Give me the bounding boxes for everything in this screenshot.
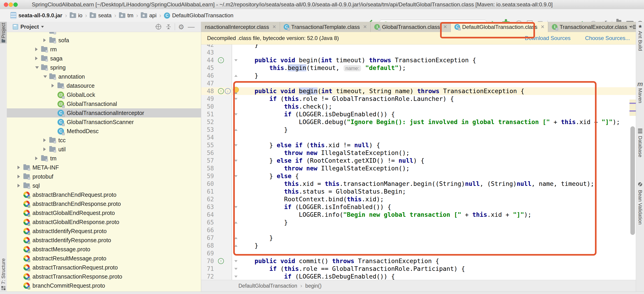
code-line-49[interactable]: 49 if (this.role != GlobalTransactionRol… bbox=[201, 95, 636, 103]
tree-item-rm[interactable]: rm bbox=[7, 45, 201, 54]
tree-item-abstractGlobalEndRequest.proto[interactable]: abstractGlobalEndRequest.proto bbox=[7, 208, 201, 217]
toolwindow-ant-build[interactable]: Ant Build bbox=[636, 31, 644, 51]
tree-item-META-INF[interactable]: META-INF bbox=[7, 163, 201, 172]
overridden-marker-icon[interactable]: ↓ bbox=[225, 88, 231, 94]
breadcrumb-item-tm[interactable]: tm bbox=[119, 12, 134, 19]
fold-collapse-icon[interactable] bbox=[234, 175, 238, 177]
tree-item-abstractTransactionResponse.proto[interactable]: abstractTransactionResponse.proto bbox=[7, 272, 201, 281]
tab-close-icon[interactable]: × bbox=[444, 24, 447, 30]
tab-DefaultGlobalTransaction.class[interactable]: CDefaultGlobalTransaction.class× bbox=[451, 22, 548, 32]
code-line-65[interactable]: 65 } bbox=[201, 219, 636, 226]
settings-button[interactable]: ⚙ bbox=[177, 23, 185, 31]
fold-collapse-icon[interactable] bbox=[234, 206, 238, 208]
locate-file-button[interactable] bbox=[155, 23, 162, 31]
tree-item-MethodDesc[interactable]: CMethodDesc bbox=[7, 127, 201, 136]
tree-item-spring[interactable]: spring bbox=[7, 63, 201, 72]
code-line-64[interactable]: 64 LOGGER.info("Begin new global transac… bbox=[201, 211, 636, 219]
tree-expand-arrow-icon[interactable] bbox=[52, 84, 58, 88]
tree-item-tm[interactable]: tm bbox=[7, 154, 201, 163]
code-line-54[interactable]: 54 bbox=[201, 134, 636, 141]
tree-item-protobuf[interactable]: protobuf bbox=[7, 172, 201, 181]
code-line-44[interactable]: 44↑ public void begin(int timeout) throw… bbox=[201, 56, 636, 64]
tab-close-icon[interactable]: × bbox=[363, 24, 367, 30]
tree-expand-arrow-icon[interactable] bbox=[43, 138, 49, 142]
maximize-window-icon[interactable] bbox=[14, 3, 18, 7]
project-tree[interactable]: sofarmsagaspringannotationdatasource@Glo… bbox=[7, 32, 201, 291]
tree-expand-arrow-icon[interactable] bbox=[35, 157, 41, 160]
toolwindow-project-stripe[interactable]: Project bbox=[0, 22, 7, 43]
implements-marker-icon[interactable]: ↑ bbox=[218, 258, 224, 264]
tree-item-saga[interactable]: saga bbox=[7, 54, 201, 63]
fold-end-icon[interactable] bbox=[234, 245, 238, 247]
choose-sources-link[interactable]: Choose Sources... bbox=[585, 35, 630, 41]
fold-end-icon[interactable] bbox=[234, 237, 238, 239]
fold-end-icon[interactable] bbox=[234, 75, 238, 77]
code-line-62[interactable]: 62 RootContext.bind(this.xid); bbox=[201, 195, 636, 203]
toolwindow-database[interactable]: Database bbox=[636, 136, 644, 157]
code-line-51[interactable]: 51 if (LOGGER.isDebugEnabled()) { bbox=[201, 110, 636, 118]
fold-collapse-icon[interactable] bbox=[234, 275, 238, 278]
code-line-58[interactable]: 58 throw new IllegalStateException(); bbox=[201, 164, 636, 172]
tree-expand-arrow-icon[interactable] bbox=[35, 57, 41, 60]
tree-expand-arrow-icon[interactable] bbox=[43, 147, 49, 151]
tab-nsactionalInterceptor.class[interactable]: nsactionalInterceptor.class× bbox=[201, 22, 280, 32]
collapse-all-button[interactable] bbox=[165, 23, 172, 31]
tree-item-abstractIdentifyRequest.proto[interactable]: abstractIdentifyRequest.proto bbox=[7, 226, 201, 236]
intention-bulb-icon[interactable] bbox=[233, 87, 239, 93]
breadcrumb-item-seata-all-0.9.0.jar[interactable]: seata-all-0.9.0.jar bbox=[10, 12, 62, 19]
breadcrumb-item-api[interactable]: api bbox=[141, 12, 156, 19]
code-line-42[interactable]: 42 } bbox=[201, 45, 636, 49]
tree-item-GlobalTransactionalInterceptor[interactable]: CGlobalTransactionalInterceptor bbox=[7, 108, 201, 117]
hide-panel-button[interactable]: — bbox=[187, 23, 195, 31]
fold-end-icon[interactable] bbox=[234, 221, 238, 224]
fold-end-icon[interactable] bbox=[234, 129, 238, 131]
download-sources-link[interactable]: Download Sources bbox=[525, 35, 570, 41]
tree-item-util[interactable]: util bbox=[7, 145, 201, 154]
code-line-48[interactable]: 48↑↓ public void begin(int timeout, Stri… bbox=[201, 87, 636, 95]
code-line-71[interactable]: 71 if (this.role == GlobalTransactionRol… bbox=[201, 265, 636, 273]
code-line-63[interactable]: 63 if (LOGGER.isInfoEnabled()) { bbox=[201, 203, 636, 211]
tree-item-GlobalTransactionScanner[interactable]: CGlobalTransactionScanner bbox=[7, 117, 201, 127]
breadcrumb-class[interactable]: DefaultGlobalTransaction bbox=[238, 283, 297, 289]
tree-collapse-arrow-icon[interactable] bbox=[35, 66, 41, 69]
error-stripe-usage-mark[interactable] bbox=[630, 110, 636, 112]
tab-TransactionalTemplate.class[interactable]: CTransactionalTemplate.class× bbox=[280, 22, 371, 32]
tree-expand-arrow-icon[interactable] bbox=[18, 175, 24, 178]
code-line-45[interactable]: 45 this.begin(timeout, name: "default"); bbox=[201, 64, 636, 72]
tree-expand-arrow-icon[interactable] bbox=[18, 166, 24, 169]
code-line-69[interactable]: 69 bbox=[201, 249, 636, 257]
tree-item-abstractTransactionRequest.proto[interactable]: abstractTransactionRequest.proto bbox=[7, 263, 201, 272]
fold-collapse-icon[interactable] bbox=[234, 268, 238, 270]
code-line-50[interactable]: 50 this.check(); bbox=[201, 103, 636, 110]
toolwindow-maven[interactable]: Maven bbox=[636, 88, 644, 103]
fold-collapse-icon[interactable] bbox=[234, 160, 238, 162]
tab-TransactionalExecutor.class[interactable]: ITransactionalExecutor.class× bbox=[548, 22, 638, 32]
code-line-60[interactable]: 60 this.xid = this.transactionManager.be… bbox=[201, 180, 636, 188]
tree-item-GlobalLock[interactable]: @GlobalLock bbox=[7, 90, 201, 99]
breadcrumb-item-seata[interactable]: seata bbox=[90, 12, 112, 19]
tree-item-sql[interactable]: sql bbox=[7, 181, 201, 190]
fold-collapse-icon[interactable] bbox=[234, 98, 238, 100]
implements-marker-icon[interactable]: ↑ bbox=[218, 88, 224, 94]
tab-GlobalTransaction.class[interactable]: IGlobalTransaction.class× bbox=[370, 22, 451, 32]
tab-close-icon[interactable]: × bbox=[272, 24, 276, 30]
tree-item-GlobalTransactional[interactable]: @GlobalTransactional bbox=[7, 99, 201, 108]
tree-item-annotation[interactable]: annotation bbox=[7, 72, 201, 81]
tree-item-abstractMessage.proto[interactable]: abstractMessage.proto bbox=[7, 245, 201, 254]
code-line-70[interactable]: 70↑ public void commit() throws Transact… bbox=[201, 257, 636, 265]
tree-expand-arrow-icon[interactable] bbox=[35, 48, 41, 51]
fold-collapse-icon[interactable] bbox=[234, 59, 238, 61]
tree-item-sofa[interactable]: sofa bbox=[7, 36, 201, 45]
breadcrumb-item-DefaultGlobalTransaction[interactable]: CDefaultGlobalTransaction bbox=[164, 12, 234, 19]
code-line-52[interactable]: 52 LOGGER.debug("Ignore Begin(): just in… bbox=[201, 118, 636, 126]
code-line-47[interactable]: 47 bbox=[201, 80, 636, 87]
tree-item-abstractBranchEndRequest.proto[interactable]: abstractBranchEndRequest.proto bbox=[7, 190, 201, 199]
tree-item-abstractBranchEndResponse.proto[interactable]: abstractBranchEndResponse.proto bbox=[7, 199, 201, 208]
breadcrumb-method[interactable]: begin() bbox=[305, 283, 322, 289]
editor-scrollbar[interactable] bbox=[630, 126, 635, 235]
fold-collapse-icon[interactable] bbox=[234, 144, 238, 146]
code-line-67[interactable]: 67 } bbox=[201, 234, 636, 242]
code-line-53[interactable]: 53 } bbox=[201, 126, 636, 134]
fold-collapse-icon[interactable] bbox=[234, 260, 238, 262]
breadcrumb-item-io[interactable]: io bbox=[70, 12, 82, 19]
